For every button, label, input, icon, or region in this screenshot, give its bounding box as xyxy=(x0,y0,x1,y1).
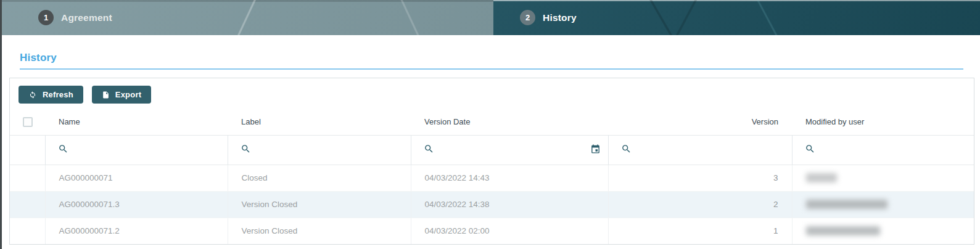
table-row[interactable]: AG000000071.3 Version Closed 04/03/2022 … xyxy=(10,191,974,218)
history-panel: Refresh Export Name Label xyxy=(9,78,974,245)
cell-version: 3 xyxy=(608,165,792,191)
cell-name: AG000000071.2 xyxy=(45,218,228,244)
export-button-label: Export xyxy=(115,90,141,99)
cell-label: Closed xyxy=(228,165,411,191)
search-icon xyxy=(58,144,68,157)
column-header-version[interactable]: Version xyxy=(608,109,792,135)
tab-agreement-label: Agreement xyxy=(61,12,112,23)
section-heading: History xyxy=(20,52,963,70)
select-all-checkbox[interactable] xyxy=(23,117,33,127)
tab-history[interactable]: 2 History xyxy=(493,0,980,35)
document-icon xyxy=(102,91,110,99)
cell-label: Version Closed xyxy=(228,191,411,218)
column-header-version-date[interactable]: Version Date xyxy=(411,109,608,135)
wizard-tab-bar: 1 Agreement 2 History xyxy=(0,0,980,35)
filter-version-input[interactable] xyxy=(621,144,792,157)
history-table: Name Label Version Date Version Modified… xyxy=(10,109,974,244)
filter-modified-by-input[interactable] xyxy=(805,144,974,157)
calendar-icon[interactable] xyxy=(590,144,608,157)
cell-version: 1 xyxy=(608,218,792,244)
refresh-button-label: Refresh xyxy=(43,90,73,99)
toolbar: Refresh Export xyxy=(10,78,974,109)
table-row[interactable]: AG000000071.2 Version Closed 04/03/2022 … xyxy=(10,218,974,244)
tab-history-label: History xyxy=(543,12,577,23)
cell-modified-by xyxy=(792,218,974,244)
column-header-label[interactable]: Label xyxy=(228,109,411,135)
cell-label: Version Closed xyxy=(228,218,411,244)
cell-name: AG000000071.3 xyxy=(45,191,228,218)
search-icon xyxy=(241,144,251,157)
cell-version-date: 04/03/2022 02:00 xyxy=(411,218,608,244)
refresh-icon xyxy=(28,91,37,99)
filter-label-input[interactable] xyxy=(241,144,411,157)
table-filter-row xyxy=(10,135,974,165)
search-icon xyxy=(805,144,815,157)
table-header-row: Name Label Version Date Version Modified… xyxy=(10,109,974,135)
cell-version-date: 04/03/2022 14:43 xyxy=(411,165,608,191)
cell-modified-by xyxy=(792,165,974,191)
refresh-button[interactable]: Refresh xyxy=(19,86,83,104)
tab-agreement[interactable]: 1 Agreement xyxy=(0,0,493,35)
cell-name: AG000000071 xyxy=(45,165,228,191)
filter-version-date-input[interactable] xyxy=(424,144,608,157)
redacted-username xyxy=(806,200,887,209)
cell-version-date: 04/03/2022 14:38 xyxy=(411,191,608,218)
column-header-name[interactable]: Name xyxy=(45,109,228,135)
redacted-username xyxy=(806,173,837,182)
step-number-badge: 1 xyxy=(38,10,54,25)
step-number-badge: 2 xyxy=(520,10,535,25)
search-icon xyxy=(621,144,632,157)
cell-version: 2 xyxy=(608,191,792,218)
cell-modified-by xyxy=(792,191,974,218)
redacted-username xyxy=(806,226,880,235)
search-icon xyxy=(424,144,434,157)
export-button[interactable]: Export xyxy=(92,86,151,104)
history-section: History Refresh Export xyxy=(0,35,980,245)
page-title: History xyxy=(20,52,57,63)
window-left-edge xyxy=(0,0,2,249)
column-header-modified-by[interactable]: Modified by user xyxy=(792,109,974,135)
table-row[interactable]: AG000000071 Closed 04/03/2022 14:43 3 xyxy=(10,165,974,191)
filter-name-input[interactable] xyxy=(58,144,228,157)
